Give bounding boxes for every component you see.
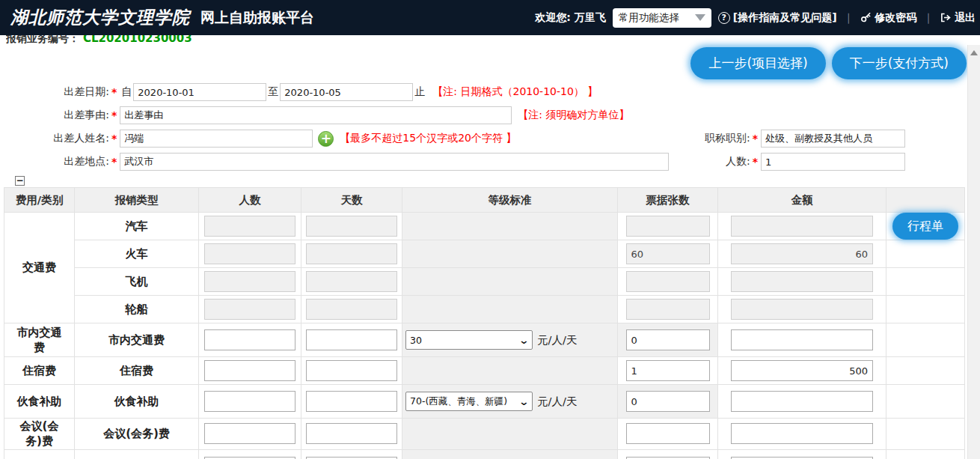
trip-reason-input[interactable] <box>120 106 512 124</box>
table-row-plane: 飞机 <box>4 268 965 296</box>
table-row-meal-allowance: 伙食补助 伙食补助 70-(西藏、青海、新疆) ⌄ 元/人/天 <box>4 385 965 419</box>
standard-cell <box>402 213 618 240</box>
standard-select[interactable]: 70-(西藏、青海、新疆) ⌄ <box>405 392 533 411</box>
amount-input <box>731 299 873 320</box>
days-input[interactable] <box>306 329 397 350</box>
people-input[interactable] <box>204 423 295 444</box>
next-step-button[interactable]: 下一步(支付方式) <box>832 47 967 79</box>
amount-input <box>731 243 873 264</box>
tickets-input <box>626 216 710 237</box>
collapse-section-toggle[interactable]: − <box>15 176 25 186</box>
amount-input[interactable] <box>731 391 873 412</box>
table-row-train: 火车 <box>4 240 965 268</box>
itinerary-button[interactable]: 行程单 <box>892 213 958 240</box>
traveler-name-label: 出差人姓名: <box>0 132 109 145</box>
required-asterisk: * <box>753 133 758 145</box>
people-input[interactable] <box>204 391 295 412</box>
app-header: 湖北师范大学文理学院 网上自助报账平台 欢迎您: 万里飞 常用功能选择 ? [操… <box>0 0 980 35</box>
category-cell: 住宿费 <box>4 357 75 385</box>
traveler-name-input[interactable] <box>120 130 313 148</box>
days-input[interactable] <box>306 423 397 444</box>
actions-cell <box>886 357 965 385</box>
days-input <box>306 243 397 264</box>
actions-cell <box>886 419 965 450</box>
tickets-input[interactable] <box>626 423 710 444</box>
tickets-input[interactable] <box>626 360 710 381</box>
table-row-ship: 轮船 <box>4 296 965 323</box>
trip-place-input[interactable] <box>120 153 669 171</box>
tickets-input[interactable] <box>626 391 710 412</box>
prev-step-button[interactable]: 上一步(项目选择) <box>690 47 825 79</box>
people-input[interactable] <box>204 329 295 350</box>
people-count-input[interactable] <box>761 153 905 171</box>
type-cell: 火车 <box>75 240 199 268</box>
unit-label: 元/人/天 <box>537 334 577 346</box>
people-count-group: 人数: * <box>726 153 905 171</box>
required-asterisk: * <box>111 109 117 121</box>
date-to-input[interactable] <box>280 83 413 101</box>
quick-function-select[interactable]: 常用功能选择 <box>613 8 711 28</box>
required-asterisk: * <box>111 86 117 98</box>
days-input[interactable] <box>306 360 397 381</box>
trip-info-form: 出差日期: * 自 至 止 【注: 日期格式（2010-10-10） 】 出差事… <box>0 82 980 171</box>
type-cell: 会议(会务)费 <box>75 419 199 450</box>
scroll-up-icon[interactable] <box>970 50 978 55</box>
rank-input[interactable] <box>761 130 905 148</box>
rank-group: 职称职别: * <box>705 130 905 148</box>
tickets-input <box>626 243 710 264</box>
people-input[interactable] <box>204 360 295 381</box>
standard-cell <box>402 240 618 268</box>
name-limit-note: 【最多不超过15个汉字或20个字符 】 <box>340 132 516 145</box>
col-actions <box>886 188 965 213</box>
question-mark-icon: ? <box>718 12 730 24</box>
university-logo: 湖北师范大学文理学院 <box>10 6 190 29</box>
type-cell: 飞机 <box>75 268 199 296</box>
vertical-scrollbar[interactable] <box>967 45 980 459</box>
standard-cell <box>402 268 618 296</box>
traveler-name-row: 出差人姓名: * + 【最多不超过15个汉字或20个字符 】 职称职别: * <box>0 129 980 148</box>
category-cell: 市内交通费 <box>4 323 75 357</box>
help-guide-link[interactable]: ? [操作指南及常见问题] <box>718 11 837 25</box>
days-input[interactable] <box>306 391 397 412</box>
actions-cell <box>886 268 965 296</box>
category-cell: 交通费 <box>4 213 75 323</box>
add-traveler-icon[interactable]: + <box>318 131 334 147</box>
amount-input[interactable] <box>731 329 873 350</box>
people-input <box>204 216 295 237</box>
date-from-input[interactable] <box>133 83 266 101</box>
table-row-other-fee: 其他费用 其他费用 <box>4 449 965 459</box>
change-password-link[interactable]: 修改密码 <box>860 11 916 25</box>
date-format-note: 【注: 日期格式（2010-10-10） 】 <box>432 85 598 99</box>
type-cell: 伙食补助 <box>75 385 199 419</box>
logout-link[interactable]: 退出 <box>940 11 976 25</box>
amount-input[interactable] <box>731 423 873 444</box>
table-header-row: 费用/类别 报销类型 人数 天数 等级标准 票据张数 金额 <box>4 188 965 213</box>
actions-cell <box>886 240 965 268</box>
date-suffix: 止 <box>414 85 425 99</box>
col-standard: 等级标准 <box>402 188 618 213</box>
col-type: 报销类型 <box>75 188 199 213</box>
people-input <box>204 243 295 264</box>
business-number-label: 报销业务编号： <box>6 35 79 44</box>
type-cell: 市内交通费 <box>75 323 199 357</box>
actions-cell <box>886 296 965 323</box>
type-cell: 轮船 <box>75 296 199 323</box>
people-input <box>204 299 295 320</box>
trip-place-row: 出差地点: * 人数: * <box>0 152 980 171</box>
table-row-car: 交通费 汽车 行程单 <box>4 213 965 240</box>
required-asterisk: * <box>111 133 117 145</box>
table-row-hotel: 住宿费 住宿费 <box>4 357 965 385</box>
trip-reason-label: 出差事由: <box>0 109 109 122</box>
tickets-input <box>626 271 710 292</box>
reason-note: 【注: 须明确对方单位】 <box>518 109 629 122</box>
col-people: 人数 <box>199 188 301 213</box>
header-divider: ｜ <box>923 11 934 25</box>
standard-select[interactable]: 30 ⌄ <box>405 330 533 350</box>
category-cell: 伙食补助 <box>4 385 75 419</box>
actions-cell: 行程单 <box>886 213 965 240</box>
expense-table: 费用/类别 报销类型 人数 天数 等级标准 票据张数 金额 交通费 汽车 行程 <box>4 187 965 459</box>
amount-input[interactable] <box>731 360 873 381</box>
tickets-input[interactable] <box>626 329 710 350</box>
date-from-prefix: 自 <box>121 85 132 99</box>
days-input <box>306 271 397 292</box>
